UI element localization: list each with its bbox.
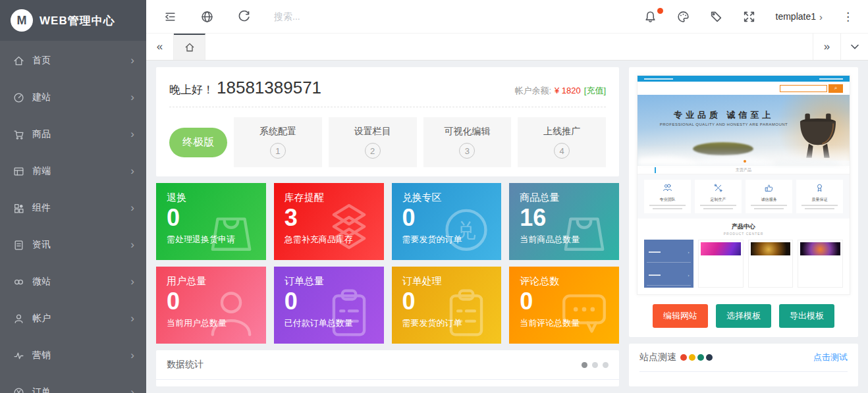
product-center-title: 产品中心	[637, 223, 850, 231]
export-template-button[interactable]: 导出模板	[779, 304, 834, 328]
setup-steps: 终极版 系统配置 1 设置栏目 2 可视化编辑 3	[169, 117, 606, 167]
language-button[interactable]	[200, 10, 213, 23]
feature-text-line	[754, 208, 784, 209]
sidebar-menu: 首页 › 建站 › 商品 › 前端 › 组件 ›	[0, 41, 146, 393]
more-menu-button[interactable]: ⋮	[842, 10, 854, 24]
chevron-right-icon: ›	[130, 165, 134, 178]
feature-text-line	[703, 208, 733, 209]
right-column: ⌕	[629, 67, 858, 386]
theme-button[interactable]	[677, 10, 690, 23]
sidebar-item-site-build[interactable]: 建站 ›	[0, 79, 146, 116]
notification-dot	[657, 8, 663, 14]
sidebar-item-news[interactable]: 资讯 ›	[0, 226, 146, 263]
stat-card-order-processing[interactable]: 订单处理 0 需要发货的订单	[392, 267, 502, 344]
tabs-scroll-right-button[interactable]: »	[813, 34, 840, 60]
category-menu-item: ›	[647, 265, 691, 286]
edit-site-button[interactable]: 编辑网站	[653, 304, 708, 328]
carousel-dot[interactable]	[592, 362, 598, 368]
sidebar-item-home[interactable]: 首页 ›	[0, 42, 146, 79]
step-visual-edit[interactable]: 可视化编辑 3	[423, 117, 512, 167]
carousel-dot[interactable]	[603, 362, 609, 368]
content-area: 晚上好！ 18581389571 帐户余额: ¥ 1820 [充值] 终极版 系…	[146, 61, 868, 393]
sidebar-item-account[interactable]: 帐户 ›	[0, 300, 146, 337]
people-icon	[663, 183, 672, 193]
dotted-divider	[169, 107, 606, 107]
sidebar-item-label: 前端	[32, 165, 130, 177]
chevron-right-icon: ›	[130, 91, 134, 104]
link-icon	[13, 276, 24, 288]
notifications-button[interactable]	[644, 10, 657, 23]
tags-button[interactable]	[710, 10, 723, 23]
yen-circle-icon	[13, 387, 24, 393]
feature-card-custom: 定制生产	[695, 180, 742, 213]
feature-title: 专业团队	[646, 197, 689, 203]
layout-icon	[13, 166, 24, 177]
feature-text-line	[805, 208, 834, 209]
carousel-dot[interactable]	[582, 362, 587, 368]
category-menu-item: ›	[647, 242, 691, 263]
bag-icon	[204, 202, 258, 256]
preview-search-button: ⌕	[828, 84, 843, 93]
stat-card-stock-alert[interactable]: 库存提醒 3 急需补充商品库存	[274, 183, 384, 260]
step-number: 1	[270, 143, 286, 159]
recharge-link[interactable]: [充值]	[584, 85, 606, 97]
step-title: 可视化编辑	[444, 126, 490, 138]
chevron-right-icon: ›	[130, 54, 134, 67]
sidebar-item-label: 微站	[32, 276, 130, 288]
sidebar-item-products[interactable]: 商品 ›	[0, 116, 146, 153]
refresh-button[interactable]	[237, 10, 250, 23]
tab-bar: « »	[146, 33, 868, 61]
home-icon	[13, 55, 24, 66]
run-speed-test-link[interactable]: 点击测试	[813, 352, 848, 363]
svg-text:兑: 兑	[456, 219, 477, 242]
template-selector[interactable]: template1 ›	[776, 11, 823, 22]
bag-icon	[557, 202, 611, 256]
sidebar-item-marketing[interactable]: 营销 ›	[0, 337, 146, 374]
speed-dot	[697, 354, 704, 361]
fullscreen-button[interactable]	[743, 10, 756, 23]
sidebar-item-label: 建站	[32, 92, 130, 103]
logo: M WEB管理中心	[0, 0, 146, 41]
feature-text-line	[751, 205, 787, 206]
chevron-right-icon: ›	[130, 275, 134, 288]
speed-dot	[689, 354, 695, 361]
site-preview[interactable]: ⌕	[637, 75, 850, 295]
stat-card-comment-total[interactable]: 评论总数 0 当前评论总数量	[509, 267, 619, 344]
speed-test-header: 站点测速 点击测试	[639, 352, 848, 372]
choose-template-button[interactable]: 选择模板	[716, 304, 771, 328]
thumbs-up-icon	[764, 183, 774, 193]
medal-icon	[815, 183, 825, 193]
globe-icon	[201, 11, 213, 23]
account-number: 18581389571	[217, 78, 321, 98]
pulse-icon	[13, 350, 24, 361]
user-icon	[13, 313, 24, 325]
stat-card-order-total[interactable]: 订单总量 0 已付款订单总数量	[274, 267, 384, 344]
sidebar-item-frontend[interactable]: 前端 ›	[0, 153, 146, 190]
tabs-menu-button[interactable]	[840, 34, 868, 60]
step-system-config[interactable]: 系统配置 1	[234, 117, 322, 167]
chat-icon	[557, 286, 611, 340]
tabs-scroll-left-button[interactable]: «	[146, 34, 174, 60]
step-setup-columns[interactable]: 设置栏目 2	[329, 117, 417, 167]
tab-home[interactable]	[174, 34, 205, 60]
step-go-live[interactable]: 上线推广 4	[518, 117, 606, 167]
data-stats-header: 数据统计	[156, 350, 619, 380]
sidebar-item-microsite[interactable]: 微站 ›	[0, 263, 146, 300]
sidebar-item-label: 首页	[32, 55, 130, 66]
edition-badge[interactable]: 终极版	[169, 128, 227, 157]
preview-hero-banner: 专业品质 诚信至上 PROFESSIONAL QUALITY AND HONES…	[637, 95, 850, 166]
chevron-right-icon: ›	[130, 312, 134, 325]
search-input[interactable]	[274, 11, 412, 22]
sidebar-item-orders[interactable]: 订单 ›	[0, 374, 146, 393]
stat-card-exchange[interactable]: 兑换专区 0 需要发货的订单 兑	[392, 183, 502, 260]
collapse-sidebar-button[interactable]	[163, 10, 176, 23]
stat-card-user-total[interactable]: 用户总量 0 当前用户总数量	[156, 267, 266, 344]
stat-card-product-total[interactable]: 商品总量 16 当前商品总数量	[509, 183, 619, 260]
greeting-text: 晚上好！	[169, 82, 214, 97]
sidebar-item-components[interactable]: 组件 ›	[0, 190, 146, 226]
stat-card-returns[interactable]: 退换 0 需处理退换货申请	[156, 183, 266, 260]
sidebar-item-label: 帐户	[32, 313, 130, 325]
person-icon	[204, 286, 258, 340]
clipboard-icon	[322, 286, 376, 340]
document-icon	[13, 240, 24, 251]
